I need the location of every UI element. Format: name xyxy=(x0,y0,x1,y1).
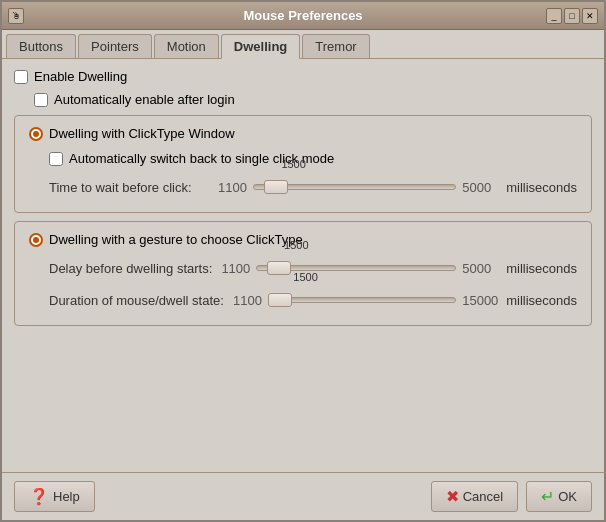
tab-dwelling[interactable]: Dwelling xyxy=(221,34,300,59)
auto-enable-row: Automatically enable after login xyxy=(14,92,592,107)
time-wait-slider-container: 1500 xyxy=(253,176,456,198)
delay-track xyxy=(256,265,456,271)
cancel-icon: ✖ xyxy=(446,487,459,506)
time-wait-value: 1500 xyxy=(281,158,305,170)
ok-label: OK xyxy=(558,489,577,504)
footer: ❓ Help ✖ Cancel ↵ OK xyxy=(2,472,604,520)
time-wait-min: 1100 xyxy=(215,180,247,195)
time-wait-thumb[interactable] xyxy=(264,180,288,194)
enable-dwelling-checkbox[interactable] xyxy=(14,70,28,84)
time-wait-max: 5000 xyxy=(462,180,500,195)
section2-radio[interactable] xyxy=(29,233,43,247)
duration-thumb[interactable] xyxy=(268,293,292,307)
tab-motion[interactable]: Motion xyxy=(154,34,219,58)
ok-button[interactable]: ↵ OK xyxy=(526,481,592,512)
delay-unit: milliseconds xyxy=(506,261,577,276)
help-icon: ❓ xyxy=(29,487,49,506)
title-bar: 🖱 Mouse Preferences _ □ ✕ xyxy=(2,2,604,30)
tab-pointers[interactable]: Pointers xyxy=(78,34,152,58)
auto-enable-label: Automatically enable after login xyxy=(54,92,235,107)
delay-label: Delay before dwelling starts: xyxy=(49,261,212,276)
auto-enable-checkbox[interactable] xyxy=(34,93,48,107)
window-title: Mouse Preferences xyxy=(243,8,362,23)
duration-track xyxy=(268,297,456,303)
duration-max: 15000 xyxy=(462,293,500,308)
window-icon: 🖱 xyxy=(8,8,24,24)
enable-dwelling-label: Enable Dwelling xyxy=(34,69,127,84)
duration-min: 1100 xyxy=(230,293,262,308)
time-wait-row: Time to wait before click: 1100 1500 500… xyxy=(29,176,577,198)
time-wait-track xyxy=(253,184,456,190)
time-wait-label: Time to wait before click: xyxy=(49,180,209,195)
content-area: Enable Dwelling Automatically enable aft… xyxy=(2,59,604,472)
section-clicktype: Dwelling with ClickType Window Automatic… xyxy=(14,115,592,213)
delay-thumb[interactable] xyxy=(267,261,291,275)
duration-unit: milliseconds xyxy=(506,293,577,308)
auto-switch-checkbox[interactable] xyxy=(49,152,63,166)
ok-icon: ↵ xyxy=(541,487,554,506)
duration-value: 1500 xyxy=(293,271,317,283)
help-label: Help xyxy=(53,489,80,504)
duration-label: Duration of mouse/dwell state: xyxy=(49,293,224,308)
maximize-button[interactable]: □ xyxy=(564,8,580,24)
delay-min: 1100 xyxy=(218,261,250,276)
section1-radio[interactable] xyxy=(29,127,43,141)
enable-dwelling-row: Enable Dwelling xyxy=(14,69,592,84)
delay-max: 5000 xyxy=(462,261,500,276)
delay-slider-container: 1500 xyxy=(256,257,456,279)
window: 🖱 Mouse Preferences _ □ ✕ Buttons Pointe… xyxy=(0,0,606,522)
section1-title-row: Dwelling with ClickType Window xyxy=(29,126,577,141)
section-gesture: Dwelling with a gesture to choose ClickT… xyxy=(14,221,592,326)
section1-title: Dwelling with ClickType Window xyxy=(49,126,235,141)
tab-tremor[interactable]: Tremor xyxy=(302,34,369,58)
cancel-button[interactable]: ✖ Cancel xyxy=(431,481,518,512)
time-wait-unit: milliseconds xyxy=(506,180,577,195)
section2-title: Dwelling with a gesture to choose ClickT… xyxy=(49,232,303,247)
minimize-button[interactable]: _ xyxy=(546,8,562,24)
close-button[interactable]: ✕ xyxy=(582,8,598,24)
help-button[interactable]: ❓ Help xyxy=(14,481,95,512)
tab-bar: Buttons Pointers Motion Dwelling Tremor xyxy=(2,30,604,59)
duration-slider-container: 1500 xyxy=(268,289,456,311)
duration-row: Duration of mouse/dwell state: 1100 1500… xyxy=(29,289,577,311)
cancel-label: Cancel xyxy=(463,489,503,504)
delay-value: 1500 xyxy=(284,239,308,251)
tab-buttons[interactable]: Buttons xyxy=(6,34,76,58)
